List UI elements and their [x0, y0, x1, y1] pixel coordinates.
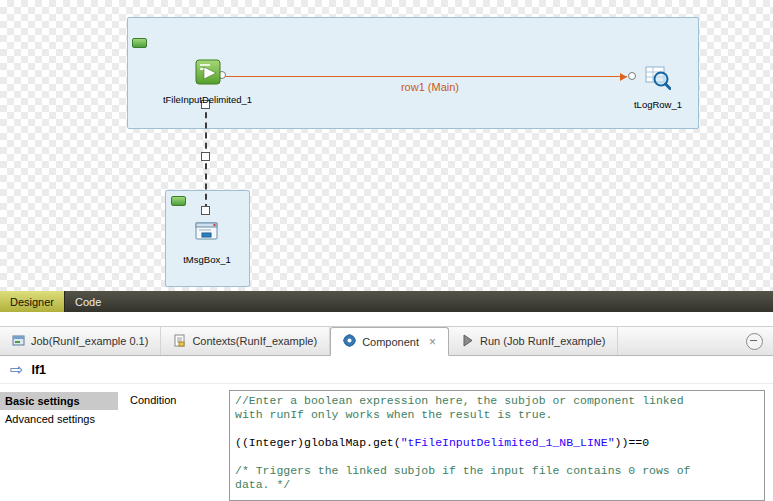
tab-job-label: Job(RunIf_example 0.1) [31, 335, 148, 347]
condition-expression-editor[interactable]: //Enter a boolean expression here, the s… [229, 390, 765, 501]
tab-code[interactable]: Code [65, 291, 111, 312]
tab-contexts[interactable]: Contexts(RunIf_example) [161, 327, 330, 355]
tab-job[interactable]: Job(RunIf_example 0.1) [0, 327, 161, 355]
panel-divider [0, 312, 773, 326]
component-label[interactable]: tMsgBox_1 [162, 254, 252, 265]
component-settings-panel: Basic settings Advanced settings Conditi… [0, 384, 773, 501]
close-icon[interactable]: × [429, 335, 436, 349]
code-string-literal: "tFileInputDelimited_1_NB_LINE" [401, 436, 615, 449]
job-tab-icon [12, 334, 25, 349]
component-tmsgbox[interactable]: tMsgBox_1 [162, 219, 252, 265]
view-tab-bar: Job(RunIf_example 0.1) Contexts(RunIf_ex… [0, 326, 773, 356]
component-title: If1 [31, 363, 46, 377]
component-tab-icon [343, 334, 356, 349]
component-tfileinputdelimited[interactable]: tFileInputDelimited_1 [150, 59, 265, 105]
code-comment-bottom: /* Triggers the linked subjob if the inp… [235, 464, 759, 492]
runif-link-node-icon[interactable] [201, 206, 210, 215]
component-tlogrow[interactable]: tLogRow_1 [618, 64, 698, 110]
minimize-panel-icon[interactable] [746, 333, 763, 350]
row1-connection-label[interactable]: row1 (Main) [330, 81, 530, 93]
component-arrow-icon: ⇨ [10, 362, 23, 378]
tab-run-label: Run (Job RunIf_example) [480, 335, 605, 347]
tab-contexts-label: Contexts(RunIf_example) [192, 335, 317, 347]
code-expression-line: ((Integer)globalMap.get("tFileInputDelim… [235, 436, 759, 450]
run-tab-icon [461, 334, 474, 349]
condition-label: Condition [130, 394, 176, 406]
tfileinputdelimited-icon[interactable] [195, 59, 221, 89]
sidebar-item-basic-settings[interactable]: Basic settings [0, 392, 118, 410]
component-panel-header: ⇨ If1 [0, 357, 773, 384]
subjob-collapse-marker[interactable] [132, 38, 147, 48]
tab-component-label: Component [362, 336, 419, 348]
tab-designer[interactable]: Designer [0, 291, 65, 312]
tab-run[interactable]: Run (Job RunIf_example) [449, 327, 618, 355]
talend-window: row1 (Main) tFileInputDelimited_1 [0, 0, 773, 501]
subjob-collapse-marker[interactable] [171, 196, 186, 206]
editor-tab-strip: Designer Code [0, 291, 773, 312]
contexts-tab-icon [173, 334, 186, 349]
runif-link-node-icon[interactable] [201, 152, 210, 161]
tlogrow-icon[interactable] [645, 64, 671, 94]
tab-component[interactable]: Component × [330, 327, 449, 356]
code-expression-post: ))==0 [615, 436, 650, 449]
tmsgbox-icon[interactable] [194, 219, 220, 249]
code-comment-top: //Enter a boolean expression here, the s… [235, 394, 759, 422]
sidebar-item-advanced-settings[interactable]: Advanced settings [0, 410, 118, 428]
code-expression-pre: ((Integer)globalMap.get( [235, 436, 401, 449]
row1-connection-line[interactable] [225, 76, 627, 77]
component-label[interactable]: tFileInputDelimited_1 [150, 94, 265, 105]
component-label[interactable]: tLogRow_1 [618, 99, 698, 110]
design-canvas[interactable]: row1 (Main) tFileInputDelimited_1 [0, 0, 773, 291]
